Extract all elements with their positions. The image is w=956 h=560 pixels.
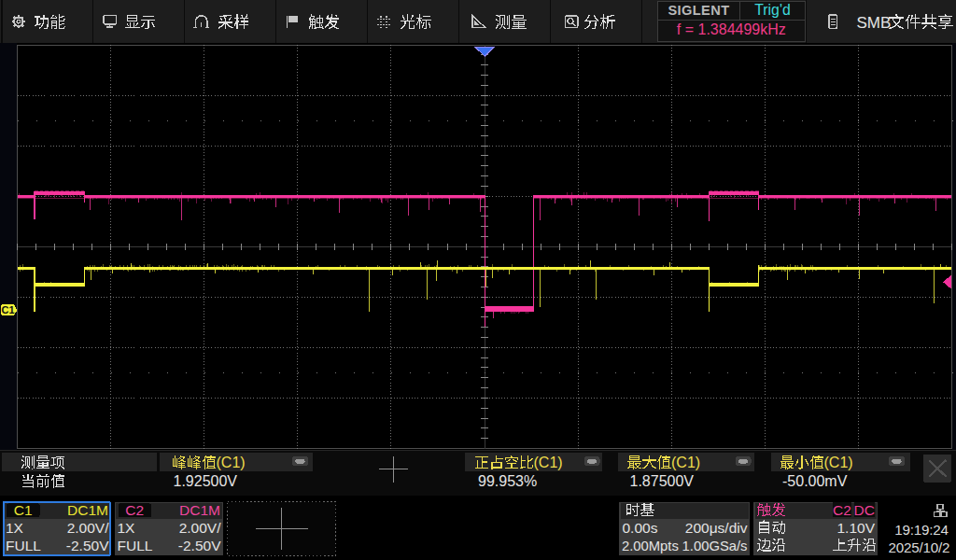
svg-text:2.00V/: 2.00V/ [179, 520, 222, 536]
svg-text:(C1): (C1) [671, 455, 700, 470]
svg-text:2.00V/: 2.00V/ [67, 520, 110, 536]
svg-text:19:19:24: 19:19:24 [894, 522, 949, 538]
svg-text:1.87500V: 1.87500V [630, 473, 695, 489]
svg-text:Trig'd: Trig'd [754, 2, 790, 18]
svg-text:(C1): (C1) [534, 455, 563, 470]
svg-text:2.00Mpts: 2.00Mpts [622, 539, 679, 553]
svg-text:-50.00mV: -50.00mV [782, 473, 848, 489]
svg-text:-2.50V: -2.50V [178, 538, 221, 553]
svg-text:0.00s: 0.00s [623, 520, 658, 536]
svg-text:FULL: FULL [118, 538, 153, 553]
svg-text:DC1M: DC1M [67, 502, 108, 518]
svg-text:FULL: FULL [6, 538, 41, 553]
svg-text:C1: C1 [14, 502, 33, 518]
svg-text:200μs/div: 200μs/div [685, 520, 748, 536]
svg-text:C1: C1 [2, 304, 15, 315]
svg-text:C2: C2 [125, 502, 144, 518]
svg-text:1.10V: 1.10V [836, 520, 875, 536]
svg-text:2025/10/2: 2025/10/2 [888, 539, 949, 555]
svg-text:(C1): (C1) [824, 455, 853, 470]
svg-text:f = 1.384499kHz: f = 1.384499kHz [677, 21, 786, 37]
svg-text:1.00GSa/s: 1.00GSa/s [682, 539, 748, 553]
svg-text:DC1M: DC1M [179, 502, 220, 518]
svg-text:C2: C2 [833, 502, 851, 518]
svg-text:99.953%: 99.953% [478, 473, 537, 489]
svg-text:1X: 1X [6, 520, 24, 536]
svg-text:1X: 1X [118, 520, 136, 536]
svg-text:1.92500V: 1.92500V [174, 473, 238, 489]
svg-text:(C1): (C1) [217, 455, 246, 470]
svg-text:SMB: SMB [857, 14, 892, 32]
svg-text:DC: DC [854, 502, 875, 518]
svg-text:SIGLENT: SIGLENT [668, 3, 729, 18]
svg-text:-2.50V: -2.50V [66, 538, 109, 553]
